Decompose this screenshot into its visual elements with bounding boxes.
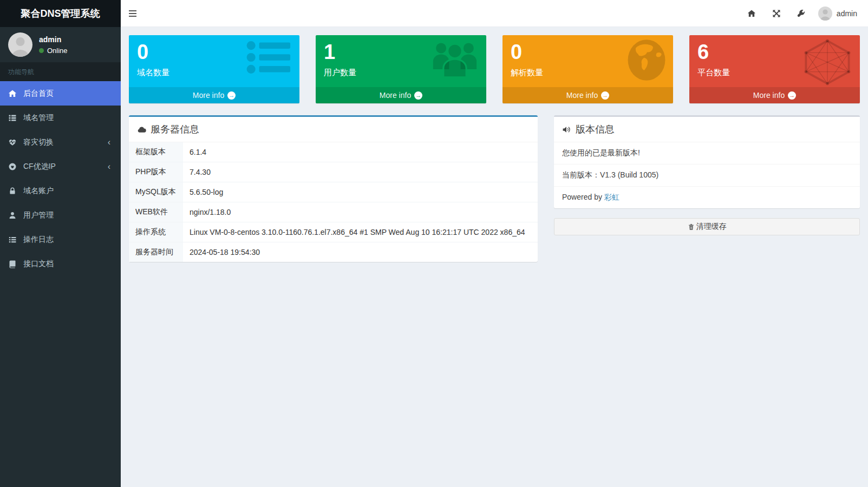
lock-icon bbox=[8, 187, 23, 195]
more-info-link[interactable]: More info → bbox=[316, 87, 486, 103]
sidebar-item-label: 接口文档 bbox=[23, 259, 113, 269]
server-info-row: PHP版本7.4.30 bbox=[129, 162, 538, 182]
home-button[interactable] bbox=[739, 0, 764, 27]
stat-value: 6 bbox=[697, 41, 852, 64]
stat-box-domains: 0 域名数量 More info → bbox=[129, 35, 299, 103]
circle-heart-icon bbox=[8, 162, 23, 171]
server-info-table: 框架版本6.1.4 PHP版本7.4.30 MySQL版本5.6.50-log … bbox=[129, 142, 538, 262]
row-value: 5.6.50-log bbox=[183, 182, 538, 202]
sidebar: 聚合DNS管理系统 admin Online 功能导航 后台首页 域名管理 容灾… bbox=[0, 0, 121, 487]
sidebar-item-failover[interactable]: 容灾切换 ‹ bbox=[0, 130, 121, 154]
book-icon bbox=[8, 260, 23, 268]
row-value: 6.1.4 bbox=[183, 142, 538, 162]
sidebar-item-api-docs[interactable]: 接口文档 bbox=[0, 252, 121, 276]
powered-by-link[interactable]: 彩虹 bbox=[604, 193, 619, 201]
user-status-link[interactable]: Online bbox=[39, 47, 68, 55]
right-column: 版本信息 您使用的已是最新版本! 当前版本：V1.3 (Build 1005) … bbox=[554, 115, 860, 262]
row-label: 框架版本 bbox=[129, 142, 183, 162]
row-value: 7.4.30 bbox=[183, 162, 538, 182]
sidebar-item-label: 域名管理 bbox=[23, 113, 113, 123]
server-info-row: WEB软件nginx/1.18.0 bbox=[129, 202, 538, 222]
current-version: 当前版本：V1.3 (Build 1005) bbox=[554, 164, 860, 187]
th-list-icon bbox=[8, 114, 23, 122]
user-panel: admin Online bbox=[0, 27, 121, 62]
user-status-label: Online bbox=[47, 47, 68, 55]
panel-title: 版本信息 bbox=[576, 123, 615, 136]
sidebar-item-dashboard[interactable]: 后台首页 bbox=[0, 81, 121, 106]
stat-value: 0 bbox=[137, 41, 291, 64]
content-area: 0 域名数量 More info → 1 用户数量 More info → bbox=[121, 27, 868, 270]
server-info-row: 服务器时间2024-05-18 19:54:30 bbox=[129, 242, 538, 262]
stat-box-records: 0 解析数量 More info → bbox=[502, 35, 673, 103]
more-info-label: More info bbox=[566, 91, 598, 100]
stat-box-platforms: 6 平台数量 More info → bbox=[689, 35, 860, 103]
user-name: admin bbox=[39, 35, 68, 44]
sidebar-item-domain-accounts[interactable]: 域名账户 bbox=[0, 179, 121, 203]
row-value: nginx/1.18.0 bbox=[183, 202, 538, 222]
arrow-circle-right-icon: → bbox=[788, 91, 796, 100]
clear-cache-button[interactable]: 清理缓存 bbox=[554, 218, 860, 235]
more-info-link[interactable]: More info → bbox=[129, 87, 299, 103]
stat-value: 0 bbox=[511, 41, 665, 64]
more-info-link[interactable]: More info → bbox=[502, 87, 673, 103]
heartbeat-icon bbox=[8, 138, 23, 147]
chevron-left-icon: ‹ bbox=[108, 162, 110, 171]
settings-wrench-button[interactable] bbox=[789, 0, 814, 27]
stat-label: 域名数量 bbox=[137, 68, 291, 78]
server-info-row: 操作系统Linux VM-0-8-centos 3.10.0-1160.76.1… bbox=[129, 222, 538, 242]
sidebar-item-label: 容灾切换 bbox=[23, 137, 108, 147]
stat-box-users: 1 用户数量 More info → bbox=[316, 35, 486, 103]
sidebar-item-users[interactable]: 用户管理 bbox=[0, 203, 121, 227]
sidebar-item-label: 域名账户 bbox=[23, 186, 113, 196]
stat-label: 用户数量 bbox=[324, 68, 478, 78]
home-icon bbox=[8, 89, 23, 98]
more-info-label: More info bbox=[753, 91, 785, 100]
navbar-user-menu[interactable]: admin bbox=[814, 0, 868, 27]
stat-value: 1 bbox=[324, 41, 478, 64]
top-navbar: admin bbox=[121, 0, 868, 27]
row-label: PHP版本 bbox=[129, 162, 183, 182]
row-value: 2024-05-18 19:54:30 bbox=[183, 242, 538, 262]
sidebar-item-label: 用户管理 bbox=[23, 210, 113, 220]
row-label: 服务器时间 bbox=[129, 242, 183, 262]
more-info-link[interactable]: More info → bbox=[689, 87, 860, 103]
version-info-panel: 版本信息 您使用的已是最新版本! 当前版本：V1.3 (Build 1005) … bbox=[554, 115, 860, 208]
row-label: MySQL版本 bbox=[129, 182, 183, 202]
sidebar-item-label: CF优选IP bbox=[23, 162, 108, 172]
server-info-row: 框架版本6.1.4 bbox=[129, 142, 538, 162]
arrow-circle-right-icon: → bbox=[414, 91, 422, 100]
panel-title: 服务器信息 bbox=[151, 123, 199, 136]
powered-by: Powered by 彩虹 bbox=[554, 187, 860, 208]
arrow-circle-right-icon: → bbox=[227, 91, 236, 100]
list-icon bbox=[8, 235, 23, 244]
volume-icon bbox=[562, 125, 571, 134]
cloud-icon bbox=[137, 125, 146, 134]
navbar-username: admin bbox=[837, 9, 857, 18]
sidebar-item-cf-ip[interactable]: CF优选IP ‹ bbox=[0, 154, 121, 179]
row-label: WEB软件 bbox=[129, 202, 183, 222]
sidebar-toggle-button[interactable] bbox=[121, 0, 145, 27]
sidebar-section-label: 功能导航 bbox=[0, 62, 121, 81]
powered-by-prefix: Powered by bbox=[562, 193, 604, 201]
arrow-circle-right-icon: → bbox=[601, 91, 609, 100]
server-info-row: MySQL版本5.6.50-log bbox=[129, 182, 538, 202]
stat-label: 平台数量 bbox=[697, 68, 852, 78]
sidebar-item-logs[interactable]: 操作日志 bbox=[0, 227, 121, 252]
server-info-panel: 服务器信息 框架版本6.1.4 PHP版本7.4.30 MySQL版本5.6.5… bbox=[129, 115, 538, 262]
sidebar-item-domains[interactable]: 域名管理 bbox=[0, 106, 121, 130]
app-title[interactable]: 聚合DNS管理系统 bbox=[0, 0, 121, 27]
version-list: 您使用的已是最新版本! 当前版本：V1.3 (Build 1005) Power… bbox=[554, 142, 860, 208]
latest-version-status: 您使用的已是最新版本! bbox=[554, 142, 860, 164]
fullscreen-button[interactable] bbox=[764, 0, 789, 27]
online-dot-icon bbox=[39, 48, 44, 53]
clear-cache-label: 清理缓存 bbox=[696, 222, 727, 232]
trash-icon bbox=[688, 223, 695, 231]
avatar bbox=[8, 32, 32, 57]
stats-row: 0 域名数量 More info → 1 用户数量 More info → bbox=[129, 35, 860, 103]
server-info-header: 服务器信息 bbox=[129, 117, 538, 142]
panels-row: 服务器信息 框架版本6.1.4 PHP版本7.4.30 MySQL版本5.6.5… bbox=[129, 115, 860, 262]
sidebar-item-label: 操作日志 bbox=[23, 235, 113, 245]
sidebar-item-label: 后台首页 bbox=[23, 89, 113, 98]
stat-label: 解析数量 bbox=[511, 68, 665, 78]
avatar-icon bbox=[818, 6, 832, 21]
